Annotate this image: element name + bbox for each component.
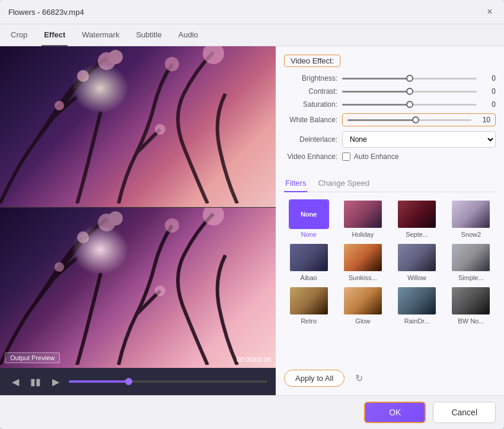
tab-watermark[interactable]: Watermark <box>79 24 122 46</box>
contrast-fill <box>342 91 410 93</box>
tab-subtitle[interactable]: Subtitle <box>133 24 164 46</box>
white-balance-fill <box>347 119 416 121</box>
filter-label-septe: Septe... <box>406 231 428 238</box>
svg-point-9 <box>109 211 123 225</box>
filter-item-snow2[interactable]: Snow2 <box>446 199 496 238</box>
filter-label-bwno: BW No... <box>458 317 484 325</box>
right-panel: Video Effect: Brightness: 0 Contrast: <box>276 46 504 395</box>
auto-enhance-label: Auto Enhance <box>354 152 398 161</box>
filter-septe-inner <box>398 201 436 228</box>
filter-item-sunkiss[interactable]: Sunkiss... <box>338 243 387 281</box>
svg-point-7 <box>62 59 157 142</box>
title-bar: Flowers - 66823v.mp4 × <box>0 0 504 24</box>
enhance-row: Video Enhance: Auto Enhance <box>284 152 496 161</box>
filter-tab-speed[interactable]: Change Speed <box>317 175 371 192</box>
white-balance-thumb <box>412 116 419 123</box>
progress-thumb <box>125 378 132 385</box>
filter-label-simple: Simple... <box>458 274 484 281</box>
filter-retro-inner <box>290 287 328 314</box>
filter-simple-inner <box>452 244 490 271</box>
cancel-button[interactable]: Cancel <box>433 402 496 423</box>
filter-label-snow2: Snow2 <box>461 231 481 238</box>
tab-crop[interactable]: Crop <box>8 24 30 46</box>
apply-to-all-button[interactable]: Apply to All <box>284 370 344 387</box>
svg-point-13 <box>55 262 64 272</box>
auto-enhance-checkbox[interactable] <box>342 152 350 161</box>
step-back-button[interactable]: ◀ <box>8 374 23 389</box>
time-label: 00:00/00:06 <box>237 356 271 363</box>
svg-point-6 <box>155 124 165 135</box>
filter-tab-filters[interactable]: Filters <box>284 175 307 192</box>
output-preview-label: Output Preview <box>5 352 60 363</box>
svg-point-0 <box>98 52 116 70</box>
brightness-row: Brightness: 0 <box>284 74 496 82</box>
enhance-label: Video Enhance: <box>284 152 337 161</box>
progress-fill <box>69 380 129 383</box>
saturation-fill <box>342 104 410 106</box>
svg-point-10 <box>165 218 179 233</box>
filter-thumb-holiday <box>343 199 383 229</box>
tab-audio[interactable]: Audio <box>176 24 200 46</box>
brightness-value: 0 <box>481 74 496 82</box>
filter-label-retro: Retro <box>301 317 317 325</box>
deinterlace-select[interactable]: None Blend Bob <box>342 131 496 148</box>
ok-button[interactable]: OK <box>364 402 426 423</box>
filter-none-inner: None <box>290 201 328 228</box>
svg-point-12 <box>77 231 89 243</box>
saturation-thumb <box>406 101 413 108</box>
filter-glow-inner <box>344 287 382 314</box>
filter-thumb-sunkiss <box>343 243 383 272</box>
contrast-label: Contrast: <box>284 87 337 96</box>
main-content: Output Preview 00:00/00:06 ◀ ▮▮ ▶ Video … <box>0 46 504 395</box>
brightness-label: Brightness: <box>284 74 337 82</box>
brightness-thumb <box>406 75 413 82</box>
filter-thumb-raindr <box>397 286 437 316</box>
filter-item-glow[interactable]: Glow <box>338 286 387 325</box>
pause-button[interactable]: ▮▮ <box>28 374 43 389</box>
filter-item-septe[interactable]: Septe... <box>393 199 442 238</box>
refresh-button[interactable]: ↻ <box>350 370 367 387</box>
tab-effect[interactable]: Effect <box>42 24 68 46</box>
video-effect-section: Video Effect: Brightness: 0 Contrast: <box>284 55 496 168</box>
progress-track[interactable] <box>69 380 267 383</box>
filter-item-bwno[interactable]: BW No... <box>446 286 496 325</box>
deinterlace-label: Deinterlace: <box>284 135 337 144</box>
saturation-value: 0 <box>481 100 496 109</box>
filter-item-aibao[interactable]: Aibao <box>284 243 333 281</box>
filter-label-holiday: Holiday <box>352 231 374 238</box>
svg-point-4 <box>77 70 89 82</box>
svg-point-3 <box>203 46 224 64</box>
contrast-track[interactable] <box>342 91 477 93</box>
filter-thumb-none: None <box>289 199 329 229</box>
filter-label-none: None <box>301 231 316 238</box>
white-balance-track[interactable] <box>347 119 471 121</box>
window-title: Flowers - 66823v.mp4 <box>8 8 84 17</box>
brightness-fill <box>342 78 410 80</box>
white-balance-label: White Balance: <box>284 116 337 124</box>
main-window: Flowers - 66823v.mp4 × Crop Effect Water… <box>0 0 504 429</box>
close-button[interactable]: × <box>484 6 496 18</box>
filter-item-holiday[interactable]: Holiday <box>338 199 387 238</box>
left-panel: Output Preview 00:00/00:06 ◀ ▮▮ ▶ <box>0 46 276 395</box>
bottom-actions: Apply to All ↻ <box>284 365 496 387</box>
svg-point-11 <box>203 208 224 225</box>
white-balance-value: 10 <box>476 116 490 124</box>
filter-item-simple[interactable]: Simple... <box>446 243 496 281</box>
filter-item-raindr[interactable]: RainDr... <box>393 286 442 325</box>
deinterlace-row: Deinterlace: None Blend Bob <box>284 131 496 148</box>
filter-snow2-inner <box>452 201 490 228</box>
contrast-thumb <box>406 88 413 95</box>
brightness-track[interactable] <box>342 78 477 80</box>
filter-item-none[interactable]: None None <box>284 199 333 238</box>
filter-thumb-snow2 <box>451 199 491 229</box>
filter-label-raindr: RainDr... <box>404 317 430 325</box>
footer-buttons: OK Cancel <box>0 395 504 429</box>
svg-point-1 <box>109 50 123 64</box>
filter-item-willow[interactable]: Willow <box>393 243 442 281</box>
filter-thumb-bwno <box>451 286 491 316</box>
video-input-preview <box>0 46 276 207</box>
filter-thumb-willow <box>397 243 437 272</box>
filter-item-retro[interactable]: Retro <box>284 286 333 325</box>
saturation-track[interactable] <box>342 104 477 106</box>
step-forward-button[interactable]: ▶ <box>49 374 63 389</box>
